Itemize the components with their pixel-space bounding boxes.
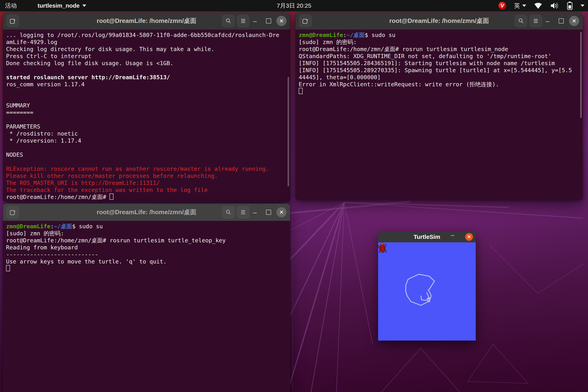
terminal-line: 44445], theta=[0.000000] <box>299 74 583 81</box>
search-button[interactable] <box>222 206 234 218</box>
turtlesim-titlebar[interactable]: TurtleSim – ✕ <box>378 232 476 242</box>
new-tab-icon <box>302 18 308 24</box>
terminal-line: zmn@DreamLife:~/桌面$ sudo su <box>6 223 290 230</box>
app-indicator-label: turtlesim_node <box>38 2 80 9</box>
top-bar: 活动 turtlesim_node 7月3日 20:25 V 英 <box>0 0 588 11</box>
terminal-line: NODES <box>6 151 290 158</box>
terminal-line: zmn@DreamLife:~/桌面$ sudo su <box>299 32 583 38</box>
close-button[interactable]: ✕ <box>465 233 473 241</box>
terminal-cursor <box>110 194 114 200</box>
terminal-line: ======== <box>6 109 290 116</box>
maximize-button[interactable] <box>556 16 567 26</box>
terminal-line <box>6 67 290 74</box>
wifi-icon <box>534 2 542 9</box>
window-title: root@DreamLife: /home/zmn/桌面 <box>97 17 196 25</box>
terminal-line: [INFO] [1751545505.284365191]: Starting … <box>299 60 583 67</box>
hamburger-menu-icon <box>240 210 246 214</box>
terminal-line: root@DreamLife:/home/zmn/桌面# rosrun turt… <box>6 237 290 244</box>
terminal-line: started roslaunch server http://DreamLif… <box>6 74 290 81</box>
clock-menu[interactable]: 7月3日 20:25 <box>277 2 312 10</box>
battery-icon <box>567 1 573 10</box>
terminal-line <box>6 88 290 95</box>
turtlesim-canvas <box>378 242 476 340</box>
terminal-line <box>6 144 290 151</box>
search-button[interactable] <box>515 15 527 27</box>
volume-icon <box>550 2 559 10</box>
terminal-line: root@DreamLife:/home/zmn/桌面# rosrun turt… <box>299 46 583 52</box>
activities-button[interactable]: 活动 <box>0 0 22 11</box>
terminal-line: root@DreamLife:/home/zmn/桌面# <box>6 194 290 200</box>
minimize-button[interactable]: – <box>250 16 260 26</box>
new-tab-button[interactable] <box>6 15 19 27</box>
close-button[interactable]: ✕ <box>276 16 287 26</box>
minimize-button[interactable]: – <box>250 207 260 218</box>
search-icon <box>225 209 231 215</box>
window-title: root@DreamLife: /home/zmn/桌面 <box>389 17 489 25</box>
new-tab-button[interactable] <box>299 15 312 27</box>
terminal-window-turtlesim-node: root@DreamLife: /home/zmn/桌面 – ✕ zmn@Dre… <box>296 12 583 200</box>
terminal-line <box>299 88 583 95</box>
system-menu-chevron-icon <box>580 4 584 7</box>
terminal-line: PARAMETERS <box>6 123 290 130</box>
terminal-output[interactable]: zmn@DreamLife:~/桌面$ sudo su[sudo] zmn 的密… <box>296 30 583 200</box>
terminal-line <box>6 95 290 102</box>
terminal-line: QStandardPaths: XDG_RUNTIME_DIR not set,… <box>299 52 583 60</box>
close-button[interactable]: ✕ <box>569 16 580 26</box>
input-method-menu[interactable]: 英 <box>514 2 526 10</box>
turtle-sprite <box>378 242 387 254</box>
turtle-trail <box>378 242 476 340</box>
terminal-line: Checking log directory for disk usage. T… <box>6 46 290 52</box>
terminal-line: Please kill other roscore/master process… <box>6 172 290 179</box>
terminal-line <box>6 116 290 123</box>
chevron-down-icon <box>522 4 526 7</box>
terminal-line: * /rosversion: 1.17.4 <box>6 137 290 144</box>
terminal-line <box>6 158 290 165</box>
terminal-window-teleop: root@DreamLife: /home/zmn/桌面 – ✕ zmn@Dre… <box>3 204 290 392</box>
new-tab-icon <box>10 18 16 24</box>
terminal-window-roslaunch: root@DreamLife: /home/zmn/桌面 – ✕ ... log… <box>3 12 290 202</box>
terminal-headerbar[interactable]: root@DreamLife: /home/zmn/桌面 – ✕ <box>3 12 290 30</box>
terminal-output[interactable]: ... logging to /root/.ros/log/99a01834-5… <box>3 30 290 202</box>
terminal-line: Reading from keyboard <box>6 244 290 251</box>
maximize-button[interactable] <box>263 16 274 26</box>
turtlesim-title: TurtleSim <box>414 234 440 240</box>
system-tray[interactable]: V 英 <box>498 0 584 11</box>
terminal-line: Error in XmlRpcClient::writeRequest: wri… <box>299 81 583 88</box>
terminal-line: [sudo] zmn 的密码: <box>299 38 583 46</box>
terminal-line: Use arrow keys to move the turtle. 'q' t… <box>6 258 290 265</box>
terminal-line: --------------------------- <box>6 251 290 258</box>
scrollbar[interactable] <box>288 77 289 186</box>
menu-button[interactable] <box>237 206 250 218</box>
terminal-cursor <box>6 265 10 271</box>
hamburger-menu-icon <box>240 18 246 23</box>
terminal-line: [sudo] zmn 的密码: <box>6 230 290 237</box>
close-button[interactable]: ✕ <box>276 207 287 218</box>
terminal-line: ros_comm version 1.17.4 <box>6 81 290 88</box>
turtlesim-window: TurtleSim – ✕ <box>378 232 476 340</box>
scrollbar[interactable] <box>580 32 582 118</box>
menu-button[interactable] <box>237 15 250 27</box>
terminal-headerbar[interactable]: root@DreamLife: /home/zmn/桌面 – ✕ <box>296 12 583 30</box>
terminal-line: The ROS_MASTER_URI is http://DreamLife:1… <box>6 179 290 186</box>
search-icon <box>518 18 524 24</box>
minimize-button[interactable]: – <box>451 232 454 238</box>
terminal-line: SUMMARY <box>6 102 290 109</box>
search-button[interactable] <box>222 15 234 27</box>
maximize-button[interactable] <box>263 207 274 218</box>
app-indicator-menu[interactable]: turtlesim_node <box>38 2 86 9</box>
new-tab-icon <box>10 209 16 215</box>
window-title: root@DreamLife: /home/zmn/桌面 <box>97 208 196 216</box>
terminal-output[interactable]: zmn@DreamLife:~/桌面$ sudo su[sudo] zmn 的密… <box>3 221 290 392</box>
antivirus-indicator-icon[interactable]: V <box>498 2 506 10</box>
terminal-headerbar[interactable]: root@DreamLife: /home/zmn/桌面 – ✕ <box>3 204 290 221</box>
terminal-line: RLException: roscore cannot run as anoth… <box>6 165 290 172</box>
chevron-down-icon <box>82 4 86 7</box>
terminal-cursor <box>299 88 302 94</box>
hamburger-menu-icon <box>533 18 538 23</box>
terminal-line: Done checking log file disk usage. Usage… <box>6 60 290 67</box>
menu-button[interactable] <box>530 15 542 27</box>
terminal-line: ... logging to /root/.ros/log/99a01834-5… <box>6 32 290 38</box>
minimize-button[interactable]: – <box>542 16 553 26</box>
terminal-line: amLife-4929.log <box>6 38 290 46</box>
new-tab-button[interactable] <box>6 206 19 218</box>
